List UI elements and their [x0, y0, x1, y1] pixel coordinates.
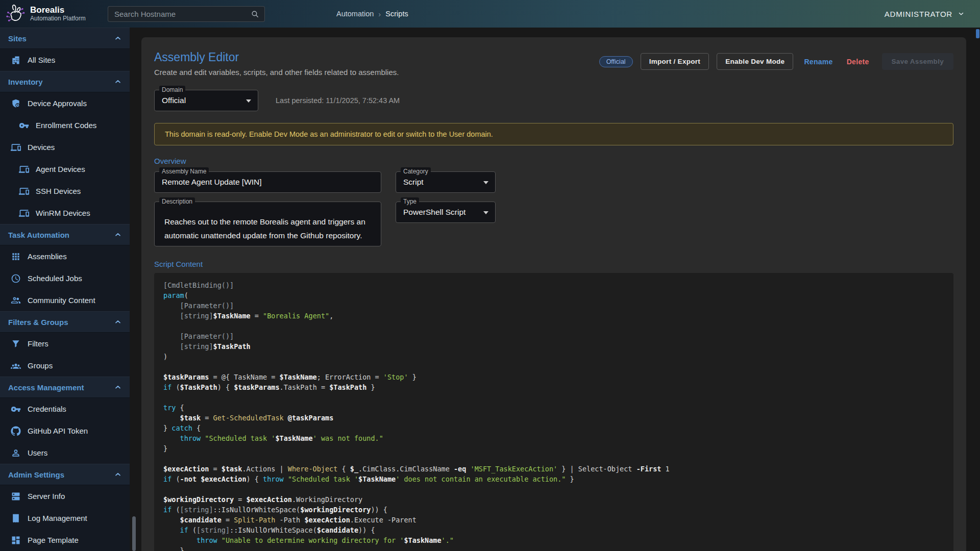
- breadcrumb-automation[interactable]: Automation: [336, 10, 374, 18]
- search-box[interactable]: [108, 6, 265, 22]
- user-menu-label: ADMINISTRATOR: [885, 10, 952, 18]
- category-select[interactable]: Category Script: [396, 171, 496, 193]
- sidebar-section-admin-settings[interactable]: Admin Settings: [0, 464, 130, 485]
- sidebar-item-label: Assemblies: [28, 252, 67, 261]
- official-badge: Official: [599, 56, 633, 67]
- sidebar-item-label: Scheduled Jobs: [28, 274, 82, 283]
- editor-actions: Official Import / Export Enable Dev Mode…: [599, 53, 953, 70]
- domain-select-label: Domain: [159, 86, 185, 94]
- sidebar-item-label: WinRM Devices: [36, 209, 90, 217]
- last-persisted-text: Last persisted: 11/1/2025, 7:52:43 AM: [276, 96, 400, 105]
- page-scrollbar[interactable]: [976, 29, 979, 38]
- breadcrumb-scripts[interactable]: Scripts: [385, 10, 408, 18]
- sidebar-item-users[interactable]: Users: [0, 442, 130, 464]
- chevron-up-icon: [114, 78, 122, 86]
- sidebar-item-label: Agent Devices: [36, 165, 85, 173]
- sidebar-item-label: Devices: [28, 143, 55, 152]
- sidebar-item-agent-devices[interactable]: Agent Devices: [0, 158, 130, 180]
- sidebar-item-groups[interactable]: Groups: [0, 355, 130, 377]
- sidebar-item-github-api-token[interactable]: GitHub API Token: [0, 420, 130, 442]
- description-field[interactable]: Description Reaches out to the remote Bo…: [154, 202, 381, 246]
- sidebar-item-label: SSH Devices: [36, 187, 81, 195]
- person-icon: [11, 448, 21, 458]
- sidebar-item-enrollment-codes[interactable]: Enrollment Codes: [0, 114, 130, 136]
- sidebar-section-task-automation[interactable]: Task Automation: [0, 224, 130, 245]
- rename-button[interactable]: Rename: [801, 55, 836, 69]
- caret-down-icon: [483, 211, 488, 214]
- borealis-logo-icon: [4, 3, 26, 24]
- grid-icon: [11, 252, 21, 262]
- readonly-notice-banner: This domain is read-only. Enable Dev Mod…: [154, 123, 953, 145]
- sidebar-item-label: All Sites: [28, 56, 55, 64]
- sidebar-item-all-sites[interactable]: All Sites: [0, 49, 130, 71]
- caret-down-icon: [246, 99, 251, 103]
- sidebar-scrollbar[interactable]: [132, 516, 136, 551]
- sidebar-item-label: Server Info: [28, 492, 65, 500]
- save-assembly-button[interactable]: Save Assembly: [882, 53, 953, 70]
- assembly-name-field[interactable]: Assembly Name Remote Agent Update [WIN]: [154, 171, 381, 193]
- category-select-label: Category: [401, 167, 431, 176]
- people-icon: [11, 295, 21, 306]
- breadcrumb-separator-icon: ›: [378, 10, 381, 18]
- page-subtitle: Create and edit variables, scripts, and …: [154, 68, 399, 77]
- sidebar-item-ssh-devices[interactable]: SSH Devices: [0, 180, 130, 202]
- sidebar-item-label: Groups: [28, 361, 53, 370]
- key-icon: [11, 404, 21, 414]
- sidebar-section-inventory[interactable]: Inventory: [0, 71, 130, 92]
- sidebar-item-label: Community Content: [28, 296, 95, 305]
- shield-icon: [11, 98, 21, 109]
- sidebar-section-sites[interactable]: Sites: [0, 28, 130, 49]
- sidebar-item-winrm-devices[interactable]: WinRM Devices: [0, 202, 130, 224]
- sidebar-item-filters[interactable]: Filters: [0, 333, 130, 355]
- chevron-up-icon: [114, 470, 122, 479]
- sidebar-item-server-info[interactable]: Server Info: [0, 485, 130, 507]
- template-icon: [11, 535, 21, 545]
- sidebar-section-label: Task Automation: [8, 231, 69, 239]
- editor-heading: Assembly Editor Create and edit variable…: [154, 51, 399, 77]
- sidebar-item-label: Filters: [28, 339, 48, 348]
- sidebar-nav: SitesAll SitesInventoryDevice ApprovalsE…: [0, 28, 130, 551]
- sidebar-item-log-management[interactable]: Log Management: [0, 507, 130, 529]
- sidebar-item-community-content[interactable]: Community Content: [0, 289, 130, 311]
- domain-select[interactable]: Domain Official: [154, 90, 258, 111]
- sidebar-item-device-approvals[interactable]: Device Approvals: [0, 92, 130, 114]
- building-icon: [11, 55, 21, 65]
- sidebar-item-label: Enrollment Codes: [36, 121, 96, 130]
- page-title: Assembly Editor: [154, 51, 399, 64]
- user-menu[interactable]: ADMINISTRATOR: [885, 10, 965, 18]
- log-icon: [11, 513, 21, 523]
- sidebar-item-scheduled-jobs[interactable]: Scheduled Jobs: [0, 267, 130, 289]
- sidebar-item-assemblies[interactable]: Assemblies: [0, 245, 130, 267]
- search-icon: [251, 10, 259, 18]
- filter-icon: [11, 339, 21, 349]
- sidebar-item-label: Users: [28, 448, 47, 457]
- description-value: Reaches out to the remote Borealis agent…: [155, 202, 381, 242]
- devices-icon: [11, 142, 21, 153]
- enable-dev-mode-button[interactable]: Enable Dev Mode: [717, 53, 793, 70]
- type-select[interactable]: Type PowerShell Script: [396, 202, 496, 223]
- assembly-editor-panel: Assembly Editor Create and edit variable…: [141, 37, 966, 551]
- chevron-up-icon: [114, 383, 122, 391]
- caret-down-icon: [483, 181, 488, 184]
- sidebar-section-label: Inventory: [8, 78, 43, 86]
- sidebar-section-label: Access Management: [8, 383, 84, 392]
- chevron-up-icon: [114, 231, 122, 239]
- search-input[interactable]: [114, 10, 251, 18]
- top-header: Borealis Automation Platform Automation …: [0, 0, 980, 28]
- sidebar-item-credentials[interactable]: Credentials: [0, 398, 130, 420]
- devices-icon: [19, 208, 29, 218]
- script-editor[interactable]: [CmdletBinding()]param( [Parameter()] [s…: [154, 273, 953, 551]
- sidebar-section-filters-groups[interactable]: Filters & Groups: [0, 311, 130, 333]
- delete-button[interactable]: Delete: [844, 55, 872, 69]
- script-content-section-label: Script Content: [154, 260, 953, 268]
- sidebar-item-devices[interactable]: Devices: [0, 136, 130, 158]
- groups-icon: [11, 361, 21, 371]
- sidebar-item-page-template[interactable]: Page Template: [0, 529, 130, 551]
- import-export-button[interactable]: Import / Export: [641, 53, 709, 70]
- sidebar-item-label: Log Management: [28, 514, 87, 522]
- github-icon: [11, 426, 21, 436]
- brand-title: Borealis: [30, 5, 86, 15]
- chevron-down-icon: [958, 10, 965, 17]
- type-select-label: Type: [401, 197, 419, 206]
- sidebar-section-access-management[interactable]: Access Management: [0, 377, 130, 398]
